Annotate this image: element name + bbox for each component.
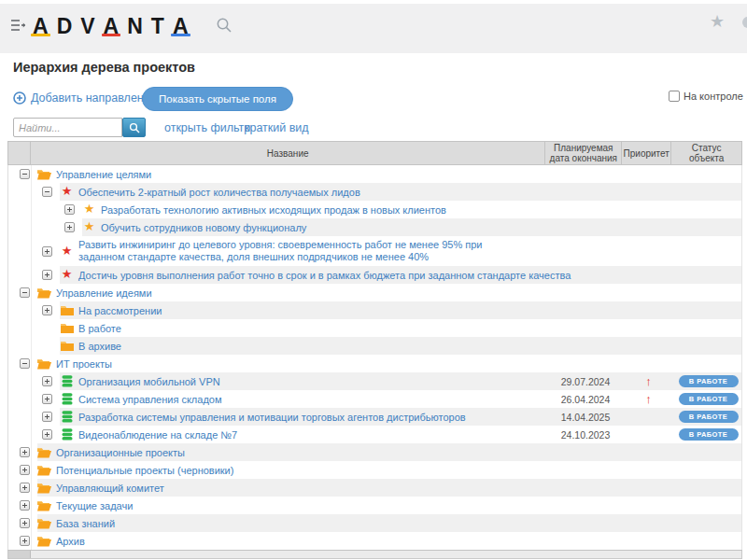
search-go-button[interactable]: [122, 118, 146, 137]
tree-row: Архив: [8, 532, 741, 550]
status-badge[interactable]: В РАБОТЕ: [679, 375, 739, 387]
folder-closed-icon: [60, 341, 74, 352]
planned-end-date: 29.07.2024: [547, 372, 624, 390]
open-filter-link[interactable]: открыть фильтр: [164, 121, 250, 134]
tree-item-label[interactable]: Потенциальные проекты (черновики): [56, 465, 233, 476]
tree-item-label[interactable]: Обеспечить 2-кратный рост количества пол…: [78, 187, 360, 198]
header-cell-name: Название: [31, 142, 545, 164]
advanta-logo[interactable]: ADVANTA: [33, 12, 197, 40]
tree-item-label[interactable]: Обучить сотрудников новому функционалу: [101, 222, 306, 233]
tree-item-label[interactable]: Архив: [56, 536, 85, 547]
folder-open-icon: [37, 287, 51, 299]
tree-row: Управление идеями: [8, 284, 741, 301]
expander-plus-icon[interactable]: [64, 204, 75, 215]
logo-letter: V: [80, 12, 94, 40]
folder-open-icon: [37, 465, 51, 476]
expander-plus-icon[interactable]: [42, 305, 52, 315]
expander-plus-icon[interactable]: [20, 465, 30, 475]
status-badge[interactable]: В РАБОТЕ: [679, 428, 739, 441]
expander-minus-icon[interactable]: [20, 169, 30, 179]
tree-row: Управляющий комитет: [8, 479, 741, 497]
expander-minus-icon[interactable]: [20, 358, 30, 369]
tree-item-label[interactable]: Управление идеями: [56, 287, 152, 299]
expander-minus-icon[interactable]: [42, 187, 52, 197]
expander-plus-icon[interactable]: [42, 412, 52, 422]
project-icon: [60, 411, 74, 423]
tree-item-label[interactable]: Видеонаблюдение на складе №7: [78, 429, 237, 441]
tree-item-label[interactable]: В работе: [78, 323, 121, 334]
header-cell-empty: [8, 142, 31, 164]
show-hidden-fields-button[interactable]: Показать скрытые поля: [142, 87, 293, 111]
on-control-checkbox[interactable]: [669, 91, 680, 102]
expander-plus-icon[interactable]: [20, 518, 30, 528]
compact-view-link[interactable]: краткий вид: [245, 121, 309, 134]
expander-plus-icon[interactable]: [20, 447, 30, 457]
project-tree-table: Название Планируемая дата окончания Прио…: [7, 141, 742, 559]
search-input[interactable]: [13, 118, 122, 137]
folder-open-icon: [37, 358, 51, 370]
tree-row: Потенциальные проекты (черновики): [8, 461, 741, 479]
tree-row: Управление целями: [8, 165, 741, 183]
tree-row: Организационные проекты: [8, 443, 741, 461]
expander-plus-icon[interactable]: [20, 500, 30, 511]
logo-letter: A: [173, 12, 189, 40]
user-avatar[interactable]: [742, 17, 747, 28]
logo-accent-bar: [31, 34, 50, 36]
tree-item-label[interactable]: Организация мобильной VPN: [78, 376, 220, 387]
favorites-star-icon[interactable]: ★: [710, 11, 725, 32]
tree-item-label[interactable]: Управляющий комитет: [56, 483, 164, 494]
tree-item-label[interactable]: Система управления складом: [78, 394, 221, 405]
search-icon[interactable]: [216, 17, 233, 34]
tree-item-label[interactable]: Текущие задачи: [56, 500, 133, 511]
tree-item-label[interactable]: ИТ проекты: [56, 358, 112, 370]
header-cell-status: Статус объекта: [671, 142, 741, 164]
planned-end-date: 14.04.2025: [547, 408, 624, 426]
tree-item-label[interactable]: Разработка системы управления и мотиваци…: [78, 412, 466, 423]
folder-open-icon: [37, 518, 51, 529]
star-red-icon: ★: [60, 245, 74, 257]
folder-open-icon: [37, 169, 51, 180]
expander-plus-icon[interactable]: [42, 376, 52, 386]
planned-end-date: 26.04.2024: [547, 390, 624, 408]
expander-plus-icon[interactable]: [42, 246, 52, 257]
expander-minus-icon[interactable]: [20, 287, 30, 298]
expander-plus-icon[interactable]: [42, 270, 52, 280]
planned-end-date: 24.10.2023: [547, 426, 624, 443]
status-cell: В РАБОТЕ: [673, 390, 743, 408]
tree-item-label[interactable]: Достичь уровня выполнения работ точно в …: [78, 270, 571, 281]
logo-letter: T: [151, 12, 164, 40]
logo-letter: N: [127, 12, 143, 40]
expander-plus-icon[interactable]: [42, 429, 52, 440]
project-icon: [60, 375, 74, 387]
menu-icon[interactable]: [10, 18, 27, 33]
tree-row: Текущие задачи: [8, 497, 741, 514]
on-control-group: На контроле м: [669, 91, 747, 102]
tree-item-label[interactable]: В архиве: [78, 341, 121, 352]
footer-corner-cell: [8, 551, 31, 558]
tree-row: ★Обеспечить 2-кратный рост количества по…: [8, 183, 741, 201]
logo-accent-bar: [171, 34, 190, 36]
tree-item-label[interactable]: База знаний: [56, 518, 115, 529]
tree-item-label[interactable]: Организационные проекты: [56, 447, 185, 458]
folder-open-icon: [37, 536, 51, 547]
add-direction-label: Добавить направление: [31, 91, 157, 105]
status-badge[interactable]: В РАБОТЕ: [679, 411, 739, 423]
add-direction-link[interactable]: Добавить направление: [13, 91, 157, 105]
status-badge[interactable]: В РАБОТЕ: [679, 393, 739, 405]
expander-plus-icon[interactable]: [64, 222, 75, 232]
tree-item-label[interactable]: Развить инжиниринг до целевого уровня: с…: [78, 239, 517, 263]
header-cell-priority: Приоритет: [622, 142, 671, 164]
tree-item-label[interactable]: Разработать технологию активных исходящи…: [101, 204, 446, 216]
tree-item-label[interactable]: На рассмотрении: [78, 305, 162, 316]
expander-plus-icon[interactable]: [20, 536, 30, 546]
tree-row: Организация мобильной VPN29.07.2024↑В РА…: [8, 372, 741, 390]
plus-circle-icon: [13, 91, 26, 105]
folder-closed-icon: [60, 323, 74, 334]
expander-plus-icon[interactable]: [20, 483, 30, 493]
tree-item-label[interactable]: Управление целями: [56, 169, 151, 180]
logo-letter: D: [57, 12, 73, 40]
project-icon: [60, 393, 74, 405]
folder-closed-icon: [60, 305, 74, 316]
priority-up-arrow-icon: ↑: [624, 390, 673, 408]
expander-plus-icon[interactable]: [42, 394, 52, 404]
